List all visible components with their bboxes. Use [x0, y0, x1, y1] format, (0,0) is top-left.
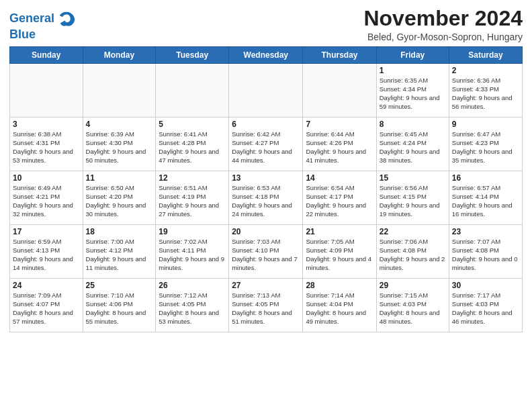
calendar-cell: 8Sunrise: 6:45 AMSunset: 4:24 PMDaylight… [376, 118, 449, 171]
day-number: 19 [159, 227, 226, 236]
calendar-cell: 6Sunrise: 6:42 AMSunset: 4:27 PMDaylight… [229, 118, 303, 171]
day-info: Sunrise: 7:03 AMSunset: 4:10 PMDaylight:… [232, 238, 300, 272]
calendar-week-0: 1Sunrise: 6:35 AMSunset: 4:34 PMDaylight… [10, 64, 523, 118]
day-number: 29 [380, 281, 446, 290]
calendar-week-2: 10Sunrise: 6:49 AMSunset: 4:21 PMDayligh… [10, 171, 523, 225]
logo-blue: Blue [9, 28, 36, 41]
calendar-cell: 25Sunrise: 7:10 AMSunset: 4:06 PMDayligh… [83, 279, 156, 332]
calendar-week-3: 17Sunrise: 6:59 AMSunset: 4:13 PMDayligh… [10, 225, 523, 279]
day-number: 6 [232, 120, 300, 129]
calendar-cell: 29Sunrise: 7:15 AMSunset: 4:03 PMDayligh… [376, 279, 449, 332]
calendar-header-row: Sunday Monday Tuesday Wednesday Thursday… [10, 47, 523, 64]
calendar-cell: 16Sunrise: 6:57 AMSunset: 4:14 PMDayligh… [449, 171, 522, 225]
day-info: Sunrise: 6:38 AMSunset: 4:31 PMDaylight:… [13, 130, 80, 165]
day-number: 7 [306, 120, 373, 129]
day-info: Sunrise: 7:07 AMSunset: 4:08 PMDaylight:… [452, 238, 519, 272]
day-info: Sunrise: 7:14 AMSunset: 4:04 PMDaylight:… [306, 291, 373, 326]
calendar-cell: 13Sunrise: 6:53 AMSunset: 4:18 PMDayligh… [229, 171, 303, 225]
day-info: Sunrise: 7:05 AMSunset: 4:09 PMDaylight:… [306, 238, 373, 272]
day-number: 18 [86, 227, 153, 236]
day-number: 9 [452, 120, 519, 129]
calendar-cell: 21Sunrise: 7:05 AMSunset: 4:09 PMDayligh… [303, 225, 376, 279]
calendar-cell [229, 64, 303, 118]
calendar-cell: 28Sunrise: 7:14 AMSunset: 4:04 PMDayligh… [303, 279, 376, 332]
calendar-cell: 11Sunrise: 6:50 AMSunset: 4:20 PMDayligh… [83, 171, 156, 225]
calendar-cell: 3Sunrise: 6:38 AMSunset: 4:31 PMDaylight… [10, 118, 83, 171]
calendar-cell: 2Sunrise: 6:36 AMSunset: 4:33 PMDaylight… [449, 64, 522, 118]
day-info: Sunrise: 6:36 AMSunset: 4:33 PMDaylight:… [452, 77, 519, 111]
day-number: 13 [232, 173, 300, 183]
col-friday: Friday [376, 47, 449, 64]
day-number: 2 [452, 66, 519, 75]
day-number: 27 [232, 281, 300, 290]
col-wednesday: Wednesday [229, 47, 303, 64]
calendar-cell: 14Sunrise: 6:54 AMSunset: 4:17 PMDayligh… [303, 171, 376, 225]
day-number: 21 [306, 227, 373, 236]
calendar-cell: 23Sunrise: 7:07 AMSunset: 4:08 PMDayligh… [449, 225, 522, 279]
header: General Blue November 2024 Beled, Gyor-M… [9, 7, 523, 42]
day-info: Sunrise: 6:35 AMSunset: 4:34 PMDaylight:… [380, 77, 446, 111]
day-info: Sunrise: 7:02 AMSunset: 4:11 PMDaylight:… [159, 238, 226, 272]
day-info: Sunrise: 7:09 AMSunset: 4:07 PMDaylight:… [13, 291, 80, 326]
calendar-cell: 27Sunrise: 7:13 AMSunset: 4:05 PMDayligh… [229, 279, 303, 332]
day-number: 10 [13, 173, 80, 183]
logo-text: General [9, 12, 54, 26]
day-number: 25 [86, 281, 153, 290]
day-number: 24 [13, 281, 80, 290]
calendar-cell: 26Sunrise: 7:12 AMSunset: 4:05 PMDayligh… [156, 279, 229, 332]
col-sunday: Sunday [10, 47, 83, 64]
calendar-cell: 18Sunrise: 7:00 AMSunset: 4:12 PMDayligh… [83, 225, 156, 279]
calendar-cell [303, 64, 376, 118]
day-info: Sunrise: 6:53 AMSunset: 4:18 PMDaylight:… [232, 184, 300, 218]
calendar-cell: 15Sunrise: 6:56 AMSunset: 4:15 PMDayligh… [376, 171, 449, 225]
day-number: 28 [306, 281, 373, 290]
calendar-cell: 17Sunrise: 6:59 AMSunset: 4:13 PMDayligh… [10, 225, 83, 279]
day-info: Sunrise: 7:10 AMSunset: 4:06 PMDaylight:… [86, 291, 153, 326]
day-number: 17 [13, 227, 80, 236]
day-number: 4 [86, 120, 153, 129]
day-info: Sunrise: 7:15 AMSunset: 4:03 PMDaylight:… [380, 291, 446, 326]
day-info: Sunrise: 6:54 AMSunset: 4:17 PMDaylight:… [306, 184, 373, 218]
day-info: Sunrise: 7:06 AMSunset: 4:08 PMDaylight:… [380, 238, 446, 272]
day-info: Sunrise: 6:42 AMSunset: 4:27 PMDaylight:… [232, 130, 300, 165]
calendar-cell: 19Sunrise: 7:02 AMSunset: 4:11 PMDayligh… [156, 225, 229, 279]
col-saturday: Saturday [449, 47, 522, 64]
day-info: Sunrise: 6:50 AMSunset: 4:20 PMDaylight:… [86, 184, 153, 218]
day-number: 30 [452, 281, 519, 290]
title-block: November 2024 Beled, Gyor-Moson-Sopron, … [363, 7, 523, 42]
day-info: Sunrise: 6:56 AMSunset: 4:15 PMDaylight:… [380, 184, 446, 218]
day-info: Sunrise: 7:00 AMSunset: 4:12 PMDaylight:… [86, 238, 153, 272]
day-info: Sunrise: 7:12 AMSunset: 4:05 PMDaylight:… [159, 291, 226, 326]
day-number: 23 [452, 227, 519, 236]
col-tuesday: Tuesday [156, 47, 229, 64]
day-info: Sunrise: 6:59 AMSunset: 4:13 PMDaylight:… [13, 238, 80, 272]
day-info: Sunrise: 6:57 AMSunset: 4:14 PMDaylight:… [452, 184, 519, 218]
day-number: 26 [159, 281, 226, 290]
page-title: November 2024 [363, 7, 523, 30]
day-info: Sunrise: 7:13 AMSunset: 4:05 PMDaylight:… [232, 291, 300, 326]
calendar-week-4: 24Sunrise: 7:09 AMSunset: 4:07 PMDayligh… [10, 279, 523, 332]
day-number: 5 [159, 120, 226, 129]
day-info: Sunrise: 6:44 AMSunset: 4:26 PMDaylight:… [306, 130, 373, 165]
day-number: 16 [452, 173, 519, 183]
col-thursday: Thursday [303, 47, 376, 64]
day-info: Sunrise: 6:41 AMSunset: 4:28 PMDaylight:… [159, 130, 226, 165]
calendar-cell: 9Sunrise: 6:47 AMSunset: 4:23 PMDaylight… [449, 118, 522, 171]
logo: General Blue [9, 9, 76, 42]
day-number: 1 [380, 66, 446, 75]
calendar-cell [10, 64, 83, 118]
col-monday: Monday [83, 47, 156, 64]
page-container: General Blue November 2024 Beled, Gyor-M… [0, 0, 532, 339]
logo-general: General [9, 11, 54, 25]
calendar-cell: 1Sunrise: 6:35 AMSunset: 4:34 PMDaylight… [376, 64, 449, 118]
day-info: Sunrise: 7:17 AMSunset: 4:03 PMDaylight:… [452, 291, 519, 326]
calendar-cell [83, 64, 156, 118]
calendar-cell: 5Sunrise: 6:41 AMSunset: 4:28 PMDaylight… [156, 118, 229, 171]
day-number: 20 [232, 227, 300, 236]
page-subtitle: Beled, Gyor-Moson-Sopron, Hungary [363, 32, 523, 42]
calendar-cell: 7Sunrise: 6:44 AMSunset: 4:26 PMDaylight… [303, 118, 376, 171]
calendar-cell: 24Sunrise: 7:09 AMSunset: 4:07 PMDayligh… [10, 279, 83, 332]
logo-icon [57, 9, 76, 28]
calendar-cell: 20Sunrise: 7:03 AMSunset: 4:10 PMDayligh… [229, 225, 303, 279]
day-number: 12 [159, 173, 226, 183]
